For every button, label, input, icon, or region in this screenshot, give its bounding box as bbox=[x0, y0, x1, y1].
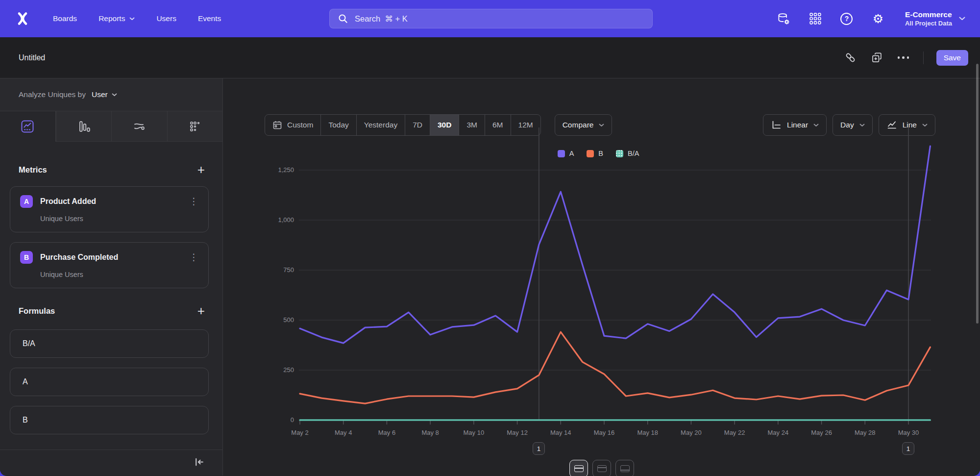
data-management-icon[interactable] bbox=[777, 11, 791, 26]
formula-card-a[interactable]: A bbox=[10, 368, 209, 396]
y-axis-label: 0 bbox=[265, 416, 294, 424]
y-axis-label: 500 bbox=[265, 316, 294, 324]
add-formula-button[interactable]: + bbox=[197, 306, 205, 316]
insights-icon bbox=[20, 119, 35, 134]
copy-link-icon[interactable] bbox=[844, 51, 858, 65]
chevron-down-icon bbox=[959, 17, 965, 21]
nav-item-label: Reports bbox=[98, 14, 125, 23]
scrollbar[interactable] bbox=[976, 64, 979, 324]
y-axis-label: 250 bbox=[265, 366, 294, 374]
mixpanel-logo[interactable] bbox=[15, 11, 30, 26]
main-frame: Untitled Save bbox=[0, 37, 980, 476]
search-placeholder: Search ⌘ + K bbox=[355, 14, 408, 24]
metric-measure[interactable]: Unique Users bbox=[40, 215, 198, 223]
annotation-badge[interactable]: 1 bbox=[533, 442, 545, 455]
sidebar-footer bbox=[0, 450, 222, 476]
metric-measure[interactable]: Unique Users bbox=[40, 271, 198, 278]
metric-name: Purchase Completed bbox=[40, 253, 182, 262]
x-axis-label: May 2 bbox=[281, 429, 318, 436]
formula-card-ba[interactable]: B/A bbox=[10, 329, 209, 358]
view-toggle-chart-view[interactable] bbox=[615, 460, 634, 476]
metric-letter-badge: A bbox=[20, 195, 33, 208]
x-axis-label: May 10 bbox=[455, 429, 492, 436]
view-toggle-split-view[interactable] bbox=[569, 460, 588, 476]
analyze-prefix-label: Analyze Uniques by bbox=[19, 90, 86, 99]
project-name: E-Commerce bbox=[905, 10, 952, 19]
metric-letter-badge: B bbox=[20, 251, 33, 264]
x-axis-label: May 28 bbox=[846, 429, 883, 436]
tab-flows[interactable] bbox=[111, 111, 167, 142]
series-line-a[interactable] bbox=[300, 146, 930, 343]
tab-funnels[interactable] bbox=[56, 111, 112, 142]
x-axis-label: May 8 bbox=[412, 429, 449, 436]
tab-insights[interactable] bbox=[0, 111, 56, 142]
nav-item-users[interactable]: Users bbox=[156, 14, 176, 23]
app-root: Boards Reports Users Events Search ⌘ + K bbox=[0, 0, 980, 476]
retention-icon bbox=[188, 119, 202, 134]
formula-card-b[interactable]: B bbox=[10, 406, 209, 434]
project-selector[interactable]: E-Commerce All Project Data bbox=[905, 10, 965, 27]
chart-section: CustomTodayYesterday7D30D3M6M12M Compare… bbox=[223, 78, 980, 476]
help-icon[interactable]: ? bbox=[839, 11, 854, 26]
metrics-header: Metrics + bbox=[19, 165, 205, 175]
x-axis-label: May 20 bbox=[672, 429, 710, 436]
mixpanel-logo-icon bbox=[15, 11, 30, 26]
formulas-header: Formulas + bbox=[19, 306, 205, 316]
project-scope: All Project Data bbox=[905, 20, 952, 27]
search-icon bbox=[338, 13, 348, 24]
x-axis-label: May 16 bbox=[586, 429, 623, 436]
nav-item-events[interactable]: Events bbox=[198, 14, 221, 23]
metric-card-a[interactable]: A Product Added ⋮ Unique Users bbox=[10, 186, 209, 232]
flows-icon bbox=[132, 119, 147, 134]
titlebar-divider bbox=[923, 51, 924, 64]
x-axis-label: May 14 bbox=[542, 429, 579, 436]
metric-menu-icon[interactable]: ⋮ bbox=[189, 254, 198, 261]
annotation-badge[interactable]: 1 bbox=[902, 442, 914, 455]
x-axis-label: May 6 bbox=[368, 429, 405, 436]
nav-item-label: Users bbox=[156, 14, 176, 23]
x-axis-label: May 18 bbox=[629, 429, 666, 436]
more-options-icon[interactable] bbox=[897, 51, 910, 65]
line-chart-plot[interactable] bbox=[223, 78, 980, 476]
report-titlebar: Untitled Save bbox=[0, 37, 980, 78]
metric-name: Product Added bbox=[40, 197, 182, 206]
query-builder-sidebar: Analyze Uniques by User bbox=[0, 78, 223, 476]
chart-view-icon bbox=[620, 465, 630, 472]
collapse-sidebar-icon[interactable] bbox=[194, 456, 205, 470]
report-type-tabs bbox=[0, 111, 222, 142]
y-axis-label: 1,000 bbox=[265, 216, 294, 224]
analyze-entity-dropdown[interactable]: User bbox=[92, 90, 117, 99]
table-view-icon bbox=[597, 465, 607, 472]
settings-gear-icon[interactable]: ⚙ bbox=[871, 11, 885, 26]
search-input[interactable]: Search ⌘ + K bbox=[329, 9, 653, 28]
tab-retention[interactable] bbox=[167, 111, 223, 142]
nav-item-label: Events bbox=[198, 14, 221, 23]
x-axis-label: May 22 bbox=[716, 429, 753, 436]
view-toggle-group bbox=[569, 460, 634, 476]
x-axis-label: May 4 bbox=[325, 429, 362, 436]
x-axis-label: May 12 bbox=[499, 429, 536, 436]
split-view-icon bbox=[574, 465, 584, 472]
view-toggle-table-view[interactable] bbox=[592, 460, 611, 476]
apps-grid-icon[interactable] bbox=[808, 11, 823, 26]
y-axis-label: 750 bbox=[265, 266, 294, 274]
chevron-down-icon bbox=[129, 17, 135, 21]
report-title[interactable]: Untitled bbox=[19, 53, 45, 62]
nav-item-label: Boards bbox=[53, 14, 77, 23]
chevron-down-icon bbox=[112, 93, 117, 97]
funnels-icon bbox=[76, 119, 91, 134]
nav-item-reports[interactable]: Reports bbox=[98, 14, 135, 23]
x-axis-label: May 24 bbox=[760, 429, 797, 436]
save-button[interactable]: Save bbox=[936, 50, 968, 66]
series-line-b[interactable] bbox=[300, 332, 930, 403]
nav-item-boards[interactable]: Boards bbox=[53, 14, 77, 23]
y-axis-label: 1,250 bbox=[265, 166, 294, 174]
top-nav: Boards Reports Users Events Search ⌘ + K bbox=[0, 0, 980, 37]
metric-card-b[interactable]: B Purchase Completed ⋮ Unique Users bbox=[10, 242, 209, 288]
add-metric-button[interactable]: + bbox=[197, 165, 205, 175]
duplicate-icon[interactable] bbox=[870, 51, 884, 65]
nav-right-cluster: ? ⚙ E-Commerce All Project Data bbox=[777, 0, 965, 37]
metric-menu-icon[interactable]: ⋮ bbox=[189, 198, 198, 205]
x-axis-label: May 26 bbox=[803, 429, 840, 436]
analyze-uniques-row: Analyze Uniques by User bbox=[0, 78, 222, 111]
